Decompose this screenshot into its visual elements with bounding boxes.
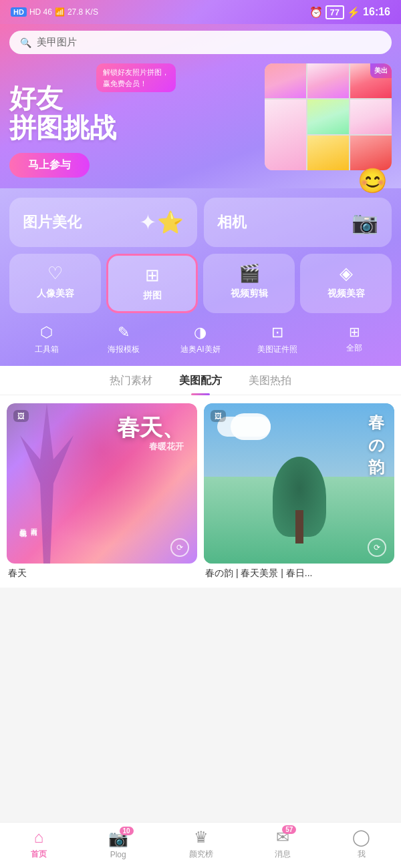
poster-icon: ✎ — [118, 324, 130, 341]
id-photo-button[interactable]: ⊡ 美图证件照 — [241, 320, 315, 359]
promo-line2: 赢免费会员！ — [103, 79, 147, 87]
network-speed: 27.8 K/S — [68, 7, 98, 17]
nav-messages[interactable]: ✉ 57 消息 — [275, 828, 291, 860]
top-section: 🔍 美甲图片 解锁好友照片拼图， 赢免费会员！ 好友拼图挑战 马上参与 美出 — [0, 24, 401, 188]
banner-area: 解锁好友照片拼图， 赢免费会员！ 好友拼图挑战 马上参与 美出 — [9, 63, 392, 178]
collage-label: 拼图 — [143, 290, 162, 302]
image-beautify-button[interactable]: 图片美化 ✦⭐ — [9, 198, 197, 247]
video-beauty-icon: ◈ — [340, 263, 353, 284]
banner-title: 好友拼图挑战 — [9, 83, 258, 142]
home-icon: ⌂ — [34, 828, 44, 847]
card-type-icon-1: 🖼 — [13, 410, 29, 422]
toolbox-label: 工具箱 — [35, 344, 59, 355]
main-functions-section: 图片美化 ✦⭐ 相机 📷 ♡ 人像美容 ⊞ 拼图 🎬 视频剪辑 ◈ 视频美容 ⬡ — [0, 188, 401, 366]
grid-cell-7 — [307, 136, 349, 170]
collage-icon: ⊞ — [145, 265, 160, 286]
nav-home[interactable]: ⌂ 首页 — [31, 828, 47, 860]
dior-ai-button[interactable]: ◑ 迪奥AI美妍 — [163, 320, 237, 359]
banner-left: 解锁好友照片拼图， 赢免费会员！ 好友拼图挑战 马上参与 — [9, 63, 258, 178]
photo-grid: 美出 — [265, 63, 392, 170]
tabs-section: 热门素材 美图配方 美图热拍 — [0, 366, 401, 395]
ranking-icon: ♛ — [194, 828, 209, 847]
card-action-icon-2[interactable]: ⟳ — [368, 538, 386, 557]
poster-template-button[interactable]: ✎ 海报模板 — [86, 320, 160, 359]
big-buttons-grid: 图片美化 ✦⭐ 相机 📷 — [9, 198, 392, 247]
image-beautify-label: 图片美化 — [23, 212, 82, 232]
video-edit-button[interactable]: 🎬 视频剪辑 — [203, 254, 295, 313]
camera-label: 相机 — [217, 212, 247, 232]
grid-cell-4 — [265, 99, 306, 170]
card-spring-japanese[interactable]: 春の韵 ⟳ 🖼 春の韵 | 春天美景 | 春日... — [204, 403, 394, 580]
grid-cell-8 — [350, 136, 392, 170]
tabs-row: 热门素材 美图配方 美图热拍 — [0, 366, 401, 395]
card-spring-image: 春天、 春暖花开 初似十朵玉桂花 有时三点两点雨 ⟳ 🖼 — [7, 403, 197, 564]
all-button[interactable]: ⊞ 全部 — [317, 320, 392, 359]
alarm-icon: ⏰ — [309, 6, 323, 19]
collage-button[interactable]: ⊞ 拼图 — [106, 254, 198, 313]
bottom-nav: ⌂ 首页 📷 10 Plog ♛ 颜究榜 ✉ 57 消息 ◯ 我 — [0, 822, 401, 868]
dior-label: 迪奥AI美妍 — [180, 344, 220, 355]
portrait-label: 人像美容 — [37, 288, 74, 300]
id-photo-label: 美图证件照 — [257, 344, 297, 355]
messages-badge: 57 — [282, 825, 296, 834]
portrait-icon: ♡ — [47, 263, 63, 284]
grid-cell-2 — [307, 63, 349, 98]
profile-icon: ◯ — [352, 828, 370, 847]
card-spring[interactable]: 春天、 春暖花开 初似十朵玉桂花 有时三点两点雨 ⟳ 🖼 春天 — [7, 403, 197, 580]
card-spring-title: 春天 — [7, 564, 197, 580]
nav-plog[interactable]: 📷 10 Plog — [108, 829, 128, 859]
star-wand-icon: ✦⭐ — [139, 210, 184, 235]
camera-button[interactable]: 相机 📷 — [204, 198, 392, 247]
tab-meitu-recipe[interactable]: 美图配方 — [179, 374, 222, 395]
banner-promo-badge: 解锁好友照片拼图， 赢免费会员！ — [96, 63, 176, 92]
charging-icon: ⚡ — [347, 6, 360, 19]
plog-badge: 10 — [120, 827, 134, 835]
video-beauty-button[interactable]: ◈ 视频美容 — [300, 254, 392, 313]
search-bar[interactable]: 🔍 美甲图片 — [9, 31, 392, 54]
card-spring-jp-title: 春の韵 | 春天美景 | 春日... — [204, 564, 394, 580]
video-beauty-label: 视频美容 — [327, 288, 365, 300]
status-left: HD HD 46 📶 27.8 K/S — [11, 7, 98, 17]
status-bar: HD HD 46 📶 27.8 K/S ⏰ 77 ⚡ 16:16 — [0, 0, 401, 24]
battery-level: 77 — [325, 5, 344, 19]
profile-label: 我 — [358, 849, 366, 860]
home-label: 首页 — [31, 849, 47, 860]
promo-line1: 解锁好友照片拼图， — [103, 68, 169, 76]
content-grid: 春天、 春暖花开 初似十朵玉桂花 有时三点两点雨 ⟳ 🖼 春天 — [0, 395, 401, 588]
toolbox-button[interactable]: ⬡ 工具箱 — [9, 320, 84, 359]
video-edit-icon: 🎬 — [239, 263, 260, 284]
wifi-icon: 📶 — [55, 7, 65, 17]
tab-meitu-photo[interactable]: 美图热拍 — [249, 374, 291, 395]
search-placeholder: 美甲图片 — [37, 36, 77, 49]
nav-profile[interactable]: ◯ 我 — [352, 828, 370, 860]
grid-cell-5 — [307, 99, 349, 134]
card-action-icon-1[interactable]: ⟳ — [170, 538, 189, 557]
tab-hot-material[interactable]: 热门素材 — [110, 374, 152, 395]
camera-icon: 📷 — [352, 210, 378, 235]
nav-ranking[interactable]: ♛ 颜究榜 — [189, 828, 213, 860]
tiny-buttons-grid: ⬡ 工具箱 ✎ 海报模板 ◑ 迪奥AI美妍 ⊡ 美图证件照 ⊞ 全部 — [9, 320, 392, 359]
dior-icon: ◑ — [194, 324, 207, 341]
status-right: ⏰ 77 ⚡ 16:16 — [309, 5, 390, 19]
signal-strength: HD 46 — [29, 7, 52, 17]
all-label: 全部 — [346, 343, 362, 354]
messages-label: 消息 — [275, 849, 291, 860]
banner-cta-button[interactable]: 马上参与 — [9, 153, 90, 178]
time-display: 16:16 — [363, 6, 390, 18]
spring-subtitle-overlay: 春暖花开 — [149, 441, 184, 453]
video-edit-label: 视频剪辑 — [231, 288, 268, 300]
emoji-decoration: 😊 — [358, 167, 388, 195]
toolbox-icon: ⬡ — [40, 324, 53, 341]
meitu-badge: 美出 — [370, 63, 392, 78]
spring-title-overlay: 春天、 — [117, 415, 185, 440]
card-type-icon-2: 🖼 — [211, 410, 226, 422]
plog-label: Plog — [110, 850, 126, 859]
poster-label: 海报模板 — [108, 344, 140, 355]
portrait-beauty-button[interactable]: ♡ 人像美容 — [9, 254, 101, 313]
all-icon: ⊞ — [349, 324, 360, 340]
grid-cell-1 — [265, 63, 306, 98]
small-buttons-grid: ♡ 人像美容 ⊞ 拼图 🎬 视频剪辑 ◈ 视频美容 — [9, 254, 392, 313]
kanji-overlay: 春の韵 — [368, 411, 385, 479]
id-photo-icon: ⊡ — [271, 324, 283, 341]
hd-badge: HD — [11, 7, 27, 17]
